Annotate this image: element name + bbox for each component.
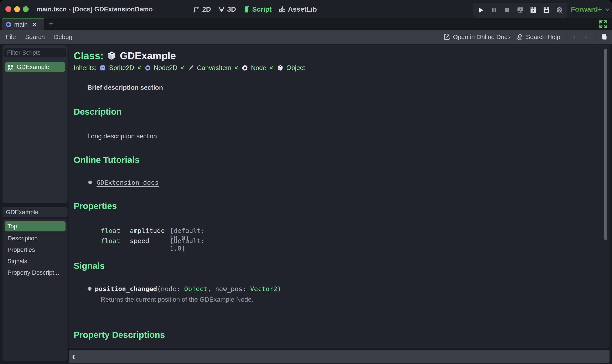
heading-signals: Signals — [74, 261, 105, 271]
tutorial-link[interactable]: GDExtension docs — [97, 179, 159, 186]
class-header: Class: GDExample — [74, 50, 176, 62]
script-menu-bar: File Search Debug Open in Online Docs DO… — [0, 30, 612, 44]
history-back-icon[interactable]: ‹ — [571, 32, 577, 41]
member-item-properties[interactable]: Properties — [5, 245, 66, 255]
tab-close-icon[interactable]: ✕ — [32, 21, 37, 28]
menu-file[interactable]: File — [0, 33, 20, 40]
godot-editor-window: main.tscn - [Docs] GDExtensionDemo 2D 3D… — [0, 0, 612, 364]
object-cube-icon — [107, 51, 116, 60]
workspace-assetlib-button[interactable]: AssetLib — [279, 5, 317, 13]
divider — [566, 32, 566, 41]
signal-entry: position_changed(node: Object, new_pos: … — [88, 285, 281, 293]
window-title: main.tscn - [Docs] GDExtensionDemo — [37, 0, 153, 18]
link-canvasitem[interactable]: CanvasItem — [197, 64, 231, 72]
heading-property-descriptions: Property Descriptions — [74, 330, 165, 340]
scene-tab-bar: main ✕ + — [0, 18, 612, 30]
node-icon — [242, 65, 248, 71]
link-node[interactable]: Node — [251, 64, 266, 72]
scene-node-icon — [5, 22, 11, 27]
playback-controls — [473, 3, 568, 18]
workspace-3d-button[interactable]: 3D — [218, 5, 236, 13]
pause-button[interactable] — [489, 5, 499, 15]
class-name: GDExample — [120, 50, 176, 62]
new-tab-button[interactable]: + — [48, 18, 53, 30]
link-sprite2d[interactable]: Sprite2D — [109, 64, 134, 72]
title-bar: main.tscn - [Docs] GDExtensionDemo 2D 3D… — [0, 0, 612, 18]
signal-description: Returns the current position of the GDEx… — [101, 296, 253, 303]
menu-debug[interactable]: Debug — [49, 33, 77, 40]
brief-description: Brief description section — [87, 84, 163, 91]
member-item-description[interactable]: Description — [5, 233, 66, 244]
heading-online-tutorials: Online Tutorials — [74, 155, 139, 165]
renderer-selector[interactable]: Forward+ — [571, 0, 611, 18]
property-type[interactable]: float — [96, 237, 120, 245]
external-link-icon — [443, 33, 450, 40]
member-item-property-descriptions[interactable]: Property Descript... — [5, 267, 66, 278]
open-online-docs-button[interactable]: Open in Online Docs — [443, 33, 511, 40]
search-help-button[interactable]: DOC Search Help — [516, 33, 560, 41]
macos-minimize-icon[interactable] — [14, 6, 20, 12]
distraction-free-icon[interactable] — [599, 20, 607, 28]
2d-axes-icon — [193, 6, 200, 13]
bullet-icon — [88, 181, 92, 184]
members-panel-title: GDExample — [2, 207, 68, 217]
link-node2d[interactable]: Node2D — [154, 64, 178, 72]
link-vector2-type[interactable]: Vector2 — [250, 285, 278, 293]
menu-search[interactable]: Search — [20, 33, 49, 40]
search-doc-icon: DOC — [516, 33, 523, 41]
3d-axes-icon — [218, 6, 225, 13]
signal-name: position_changed — [95, 285, 157, 293]
doc-content-column: Class: GDExample Inherits: Sprite2D < — [69, 45, 610, 364]
play-button[interactable] — [476, 5, 486, 15]
play-movie-button[interactable] — [528, 5, 539, 15]
scripts-list-panel: DOC GDExample — [2, 45, 68, 203]
macos-close-icon[interactable] — [5, 6, 11, 12]
movie-maker-button[interactable] — [554, 5, 565, 15]
member-item-top[interactable]: Top — [5, 221, 66, 232]
assetlib-download-icon — [279, 6, 286, 13]
property-name[interactable]: speed — [130, 237, 149, 245]
long-description: Long description section — [87, 132, 157, 140]
heading-properties: Properties — [74, 201, 117, 211]
workspace-script-button[interactable]: Script — [243, 5, 272, 13]
property-type[interactable]: float — [96, 227, 120, 234]
link-object-type[interactable]: Object — [184, 285, 208, 293]
workspace-2d-button[interactable]: 2D — [193, 5, 211, 13]
canvasitem-icon — [188, 65, 194, 71]
heading-description: Description — [74, 107, 122, 117]
class-reference-view: Class: GDExample Inherits: Sprite2D < — [69, 45, 610, 348]
play-scene-button[interactable] — [515, 5, 526, 15]
svg-text:DOC: DOC — [8, 68, 13, 70]
doc-book-icon: DOC — [7, 64, 14, 70]
members-list-panel: Top Description Properties Signals Prope… — [2, 219, 68, 361]
inherits-label: Inherits: — [74, 64, 97, 72]
svg-text:DOC: DOC — [516, 38, 522, 40]
script-item-gdexample[interactable]: DOC GDExample — [5, 62, 65, 72]
play-custom-scene-button[interactable] — [541, 5, 552, 15]
tutorial-entry: GDExtension docs — [88, 179, 159, 186]
node2d-icon — [145, 65, 151, 71]
member-item-signals[interactable]: Signals — [5, 256, 66, 266]
bottom-panel-bar: ‹ — [69, 350, 610, 363]
stop-button[interactable] — [502, 5, 512, 15]
bullet-icon — [88, 287, 92, 291]
doc-scrollbar[interactable] — [604, 49, 607, 240]
renderer-label: Forward+ — [571, 5, 602, 13]
chevron-down-icon — [604, 6, 611, 13]
class-keyword: Class: — [74, 50, 104, 62]
divider — [595, 32, 595, 41]
link-object[interactable]: Object — [286, 64, 305, 72]
collapse-panel-icon[interactable]: ‹ — [69, 351, 75, 362]
history-forward-icon[interactable]: › — [583, 32, 589, 41]
workspace-switcher: 2D 3D Script AssetLib — [193, 0, 317, 18]
property-default: [default: 1.0] — [170, 237, 205, 252]
filter-scripts-box — [4, 48, 66, 57]
inherits-line: Inherits: Sprite2D < Node2D < CanvasItem — [74, 63, 305, 73]
scripts-sidebar: DOC GDExample GDExample Top Description … — [2, 45, 68, 363]
tab-label: main — [14, 21, 28, 28]
tab-main[interactable]: main ✕ — [2, 18, 44, 30]
property-name[interactable]: amplitude — [130, 227, 165, 234]
script-scroll-icon — [243, 6, 250, 13]
scripts-panel-toggle-icon[interactable] — [600, 33, 608, 41]
macos-zoom-icon[interactable] — [23, 6, 29, 12]
